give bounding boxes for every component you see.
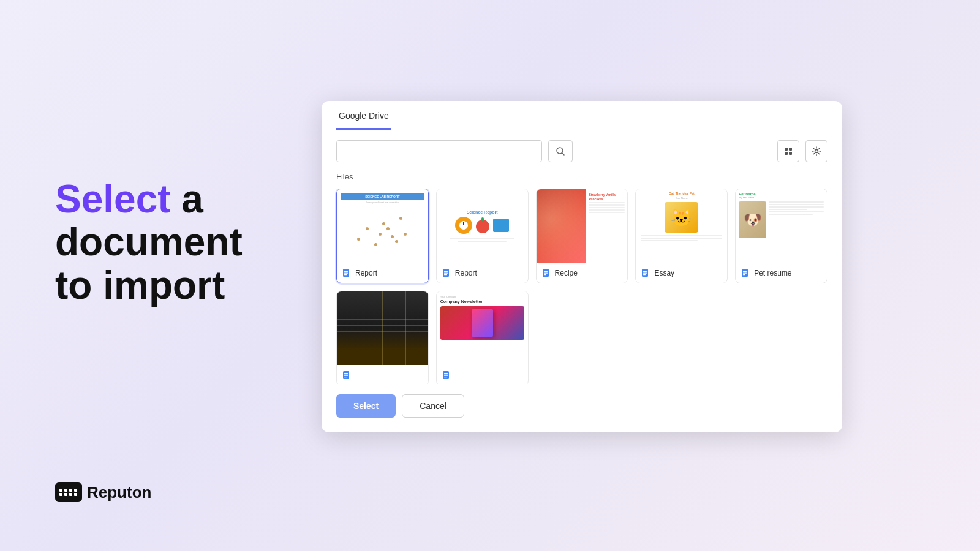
newsletter-header: Company Newsletter xyxy=(440,299,524,304)
svg-point-6 xyxy=(815,150,818,153)
scatter-dot xyxy=(386,227,390,230)
file-card-guitar[interactable] xyxy=(336,291,429,384)
logo-area: Reputon xyxy=(55,482,151,502)
svg-rect-24 xyxy=(743,271,747,272)
thumb-report-title: Science Report xyxy=(467,210,498,214)
file-thumbnail: Pet Name My best friend 🐶 xyxy=(736,189,827,263)
recipe-line xyxy=(589,207,625,208)
guitar-bg xyxy=(337,291,428,365)
recipe-img xyxy=(537,189,587,263)
settings-button[interactable] xyxy=(805,140,827,162)
files-label: Files xyxy=(322,172,842,189)
doc-icon xyxy=(641,268,650,278)
file-thumbnail: Cat. The Ideal Pet Your Name 🐱 xyxy=(636,189,727,263)
pet-line xyxy=(769,206,824,208)
guitar-fret xyxy=(382,291,383,365)
tab-google-drive[interactable]: Google Drive xyxy=(336,101,391,130)
file-card-essay[interactable]: Cat. The Ideal Pet Your Name 🐱 xyxy=(635,189,728,283)
report-line xyxy=(450,238,514,239)
file-thumbnail: Your Company Company Newsletter xyxy=(437,291,528,365)
scatter-chart xyxy=(341,206,424,258)
file-thumbnail: Strawberry Vanilla Pancakes xyxy=(537,189,628,263)
apple-icon-sim xyxy=(476,217,489,233)
cancel-button[interactable]: Cancel xyxy=(402,394,464,418)
headline-document: document xyxy=(55,220,243,264)
svg-rect-29 xyxy=(344,375,348,376)
files-grid: SCIENCE LAB REPORT Lorem ipsum dolor sit… xyxy=(322,189,842,384)
svg-rect-25 xyxy=(743,273,747,274)
doc-icon xyxy=(442,370,451,380)
thumb-guitar xyxy=(337,291,428,365)
doc-icon xyxy=(342,370,352,380)
recipe-title: Strawberry Vanilla Pancakes xyxy=(589,193,625,201)
svg-rect-13 xyxy=(444,273,448,274)
scatter-dot xyxy=(382,222,385,225)
recipe-line xyxy=(589,204,625,206)
guitar-fret xyxy=(405,291,406,365)
pet-line xyxy=(769,201,824,203)
thumb-science-lab: SCIENCE LAB REPORT Lorem ipsum dolor sit… xyxy=(337,189,428,263)
svg-rect-3 xyxy=(789,148,792,151)
scatter-dot xyxy=(379,233,382,236)
svg-rect-20 xyxy=(643,271,647,272)
file-label: Recipe xyxy=(537,263,628,283)
newsletter-company: Your Company xyxy=(440,295,524,298)
svg-rect-4 xyxy=(785,152,788,155)
recipe-layout: Strawberry Vanilla Pancakes xyxy=(537,189,628,263)
logo-icon xyxy=(55,482,82,502)
logo-text: Reputon xyxy=(87,483,151,502)
file-card-report-2[interactable]: Science Report xyxy=(436,189,529,283)
gear-icon xyxy=(812,146,821,156)
thumb-pet-resume: Pet Name My best friend 🐶 xyxy=(736,189,827,263)
google-drive-modal: Google Drive Files xyxy=(322,101,842,432)
file-card-pet-resume[interactable]: Pet Name My best friend 🐶 xyxy=(735,189,827,283)
essay-line xyxy=(641,235,722,236)
svg-rect-17 xyxy=(544,273,548,274)
headline-area: Select a document to import xyxy=(55,178,288,307)
pet-sub-label: My best friend xyxy=(739,196,824,199)
file-name: Report xyxy=(355,269,377,277)
thumb-recipe: Strawberry Vanilla Pancakes xyxy=(537,189,628,263)
file-label xyxy=(337,365,428,384)
search-input[interactable] xyxy=(336,140,542,162)
logo-dot xyxy=(69,489,72,492)
recipe-text: Strawberry Vanilla Pancakes xyxy=(586,189,627,263)
file-label: Pet resume xyxy=(736,263,827,283)
clock-hand xyxy=(463,222,464,225)
file-label: Report xyxy=(437,263,528,283)
essay-line xyxy=(641,238,722,239)
cat-emoji: 🐱 xyxy=(671,208,692,228)
select-button[interactable]: Select xyxy=(336,394,396,418)
svg-rect-16 xyxy=(544,271,548,272)
file-card-recipe[interactable]: Strawberry Vanilla Pancakes xyxy=(536,189,628,283)
file-thumbnail xyxy=(337,291,428,365)
dog-emoji: 🐶 xyxy=(744,211,762,228)
essay-lines xyxy=(638,235,725,241)
svg-rect-12 xyxy=(444,271,448,272)
grid-view-button[interactable] xyxy=(777,140,799,162)
search-button[interactable] xyxy=(548,140,573,162)
logo-dot xyxy=(74,489,77,492)
essay-line xyxy=(641,240,698,241)
modal-actions: Select Cancel xyxy=(322,384,842,418)
recipe-line xyxy=(589,212,625,213)
logo-dot xyxy=(59,493,62,496)
recipe-overlay xyxy=(537,189,587,263)
pet-resume-text xyxy=(769,201,824,238)
cat-image-sim: 🐱 xyxy=(665,202,698,233)
svg-rect-10 xyxy=(344,274,347,275)
scatter-dot xyxy=(366,227,369,230)
thumb-essay: Cat. The Ideal Pet Your Name 🐱 xyxy=(636,189,727,263)
pet-layout: 🐶 xyxy=(739,201,824,238)
file-card-newsletter[interactable]: Your Company Company Newsletter xyxy=(436,291,529,384)
scatter-dot xyxy=(404,233,407,236)
report-icons xyxy=(455,217,509,234)
thumb-newsletter: Your Company Company Newsletter xyxy=(437,291,528,365)
file-name: Recipe xyxy=(555,269,578,277)
svg-rect-5 xyxy=(789,152,792,155)
file-card-report-1[interactable]: SCIENCE LAB REPORT Lorem ipsum dolor sit… xyxy=(336,189,429,283)
svg-rect-9 xyxy=(344,273,348,274)
file-label: Essay xyxy=(636,263,727,283)
logo-dot xyxy=(64,493,67,496)
pet-line xyxy=(769,209,807,210)
